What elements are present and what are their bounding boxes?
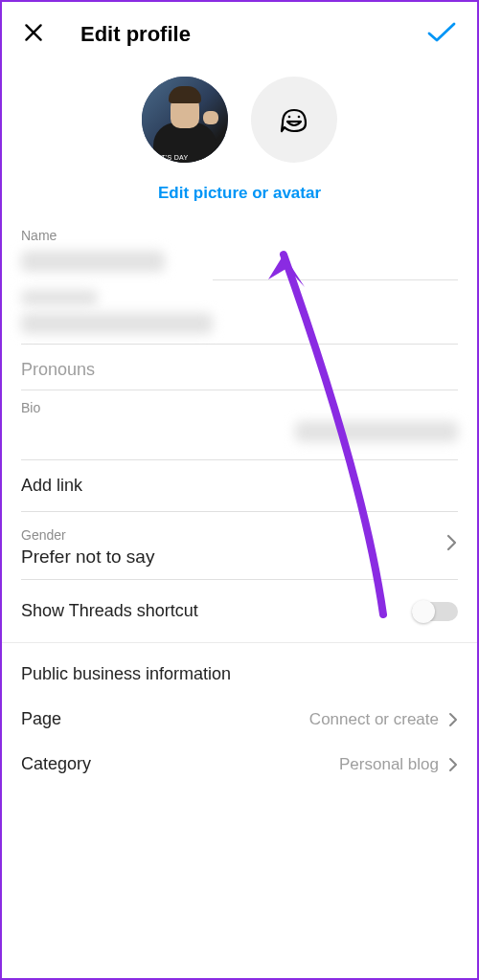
username-label (21, 290, 98, 305)
gender-label: Gender (21, 527, 154, 543)
threads-shortcut-label: Show Threads shortcut (21, 601, 198, 621)
category-row[interactable]: Category Personal blog (21, 737, 458, 782)
chevron-right-icon (446, 533, 458, 556)
bio-label: Bio (21, 400, 458, 415)
business-section-title: Public business information (21, 643, 458, 692)
name-label: Name (21, 228, 458, 243)
gender-row[interactable]: Gender Prefer not to say (21, 512, 458, 579)
bio-field-value[interactable] (295, 421, 458, 442)
svg-point-4 (298, 116, 301, 119)
gender-value: Prefer not to say (21, 546, 154, 568)
name-field-value[interactable] (21, 251, 165, 272)
chevron-right-icon (448, 712, 458, 727)
category-label: Category (21, 754, 91, 774)
svg-point-3 (288, 116, 291, 119)
edit-picture-link[interactable]: Edit picture or avatar (2, 184, 477, 203)
page-row[interactable]: Page Connect or create (21, 692, 458, 737)
threads-shortcut-toggle[interactable] (412, 602, 458, 621)
page-value: Connect or create (309, 710, 439, 729)
chevron-right-icon (448, 757, 458, 772)
avatar-emoji-icon (277, 102, 311, 137)
add-link-row[interactable]: Add link (21, 460, 458, 511)
page-label: Page (21, 709, 61, 729)
profile-photo[interactable]: IT'S DAY (142, 77, 228, 163)
close-icon[interactable] (21, 20, 46, 49)
confirm-icon[interactable] (425, 19, 458, 50)
avatar-placeholder[interactable] (251, 77, 337, 163)
category-value: Personal blog (339, 755, 439, 774)
username-field-value[interactable] (21, 313, 213, 334)
page-title: Edit profile (80, 22, 425, 47)
pronouns-field[interactable]: Pronouns (21, 345, 458, 390)
